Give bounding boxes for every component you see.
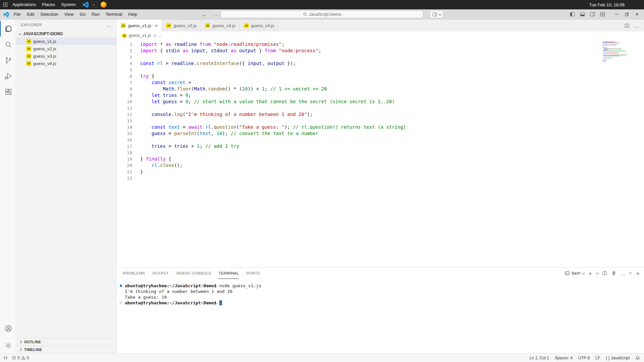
firefox-app-icon[interactable] [101,2,107,8]
status-spaces-4[interactable]: Spaces: 4 [555,356,573,360]
explorer-file-guess-v1-js[interactable]: JSguess_v1.js [16,38,116,45]
source-control-icon[interactable] [0,52,16,68]
terminal-app-icon[interactable]: >_ [92,2,98,8]
vscode-app-icon[interactable] [83,2,89,8]
layout-control-button[interactable] [430,10,443,18]
panel-tab-ports[interactable]: PORTS [246,267,260,279]
panel-actions: bash + … × [565,267,639,279]
sidebar-section-timeline[interactable]: TIMELINE [16,346,116,353]
split-editor-icon[interactable] [625,23,630,28]
system-clock[interactable]: Tue Feb 10, 18:06 [589,2,644,7]
explorer-file-guess-v3-js[interactable]: JSguess_v3.js [16,52,116,60]
applications-grid-icon[interactable] [3,2,8,7]
minimap[interactable] [602,42,639,64]
account-icon[interactable] [0,320,16,336]
line-number: 10 [117,99,132,105]
command-decoration-icon[interactable] [120,302,122,304]
terminal-output[interactable]: ubuntu@tryhackme:~/JavaScript-Demo$ node… [117,279,644,353]
editor-tab-guess-v2-js[interactable]: JSguess_v2.js [162,19,201,32]
menu-view[interactable]: View [61,11,77,18]
system-menu-system[interactable]: System [58,0,78,9]
vscode-logo-icon [3,12,9,17]
panel-tab-terminal[interactable]: TERMINAL [219,267,239,279]
menu-selection[interactable]: Selection [37,11,61,18]
code-text: try { [132,73,154,79]
notifications-bell-icon[interactable] [635,356,640,360]
explorer-file-guess-v2-js[interactable]: JSguess_v2.js [16,45,116,52]
panel-tab-output[interactable]: OUTPUT [152,267,169,279]
command-center-search[interactable]: JavaScript-Demo [221,10,423,18]
status-javascript[interactable]: { } JavaScript [606,356,630,360]
go-forward-icon[interactable]: → [213,12,218,17]
panel-tab-debug-console[interactable]: DEBUG CONSOLE [176,267,211,279]
run-debug-icon[interactable] [0,68,16,84]
close-tab-icon[interactable]: × [155,23,158,28]
terminal-prompt: ubuntu@tryhackme:~/JavaScript-Demo$ [125,283,217,288]
line-number: 19 [117,156,132,162]
minimap-line [602,62,639,62]
system-menu-applications[interactable]: Applications [9,0,39,9]
code-text: guess = parseInt(text, 10); // convert t… [132,130,318,137]
toggle-panel-icon[interactable] [580,12,585,16]
remote-indicator-icon[interactable] [3,356,8,360]
code-token: stdout [211,48,231,53]
more-actions-icon[interactable]: … [634,23,639,28]
menu-file[interactable]: File [11,11,24,18]
code-token: 10 [217,131,222,136]
minimap-line [602,56,639,56]
panel-tab-problems[interactable]: PROBLEMS [123,267,145,279]
system-menus: ApplicationsPlacesSystem [9,0,78,9]
editor-tab-guess-v3-js[interactable]: JSguess_v3.js [201,19,240,32]
maximize-panel-icon[interactable] [629,272,632,275]
status-utf-8[interactable]: UTF-8 [578,356,590,360]
editor-tab-guess-v4-js[interactable]: JSguess_v4.js [240,19,279,32]
explorer-activity-icon[interactable] [0,21,16,37]
line-number: 21 [117,169,132,175]
customize-layout-icon[interactable] [600,12,605,16]
close-panel-icon[interactable]: × [636,271,639,276]
new-terminal-icon[interactable]: + [589,271,592,276]
bottom-panel: PROBLEMSOUTPUTDEBUG CONSOLETERMINALPORTS… [117,267,644,353]
search-activity-icon[interactable] [0,37,16,52]
menu-edit[interactable]: Edit [24,11,37,18]
code-text [132,149,140,156]
kill-terminal-trash-icon[interactable] [611,271,616,276]
js-file-icon: JS [26,54,31,59]
sidebar-section-outline[interactable]: OUTLINE [16,338,116,346]
go-back-icon[interactable]: ← [202,12,207,17]
extensions-icon[interactable] [0,84,16,100]
code-editor[interactable]: 1import * as readline from "node:readlin… [117,40,644,267]
close-window-icon[interactable]: × [635,11,639,17]
split-terminal-icon[interactable] [602,271,607,276]
code-token: }); [284,61,296,66]
chevron-down-icon [438,13,441,15]
explorer-file-guess-v4-js[interactable]: JSguess_v4.js [16,60,116,67]
command-decoration-icon[interactable] [120,285,122,287]
status-ln-1-col-1[interactable]: Ln 1, Col 1 [530,356,549,360]
menu-run[interactable]: Run [89,11,103,18]
settings-gear-icon[interactable] [0,338,16,353]
problems-status[interactable]: 0 0 [12,356,29,360]
code-token: input [248,61,262,66]
system-menu-places[interactable]: Places [39,0,58,9]
folder-row-javascript-demo[interactable]: JAVASCRIPT-DEMO [16,30,116,38]
editor-tab-guess-v1-js[interactable]: JSguess_v1.js× [117,19,162,32]
breadcrumb-more[interactable]: … [158,33,162,38]
code-token: = [166,143,174,149]
breadcrumb-file[interactable]: guess_v1.js [129,33,151,38]
toggle-sidebar-right-icon[interactable] [590,12,595,16]
restore-icon[interactable] [625,12,629,16]
minimize-icon[interactable] [615,14,619,15]
shell-selector[interactable]: bash [565,271,584,276]
terminal-dropdown-chevron-icon[interactable] [596,272,599,274]
more-actions-icon[interactable]: … [621,271,626,276]
explorer-more-actions-icon[interactable]: … [107,22,112,28]
status-lf[interactable]: LF [595,356,600,360]
menu-go[interactable]: Go [77,11,89,18]
menu-terminal[interactable]: Terminal [103,11,125,18]
toggle-sidebar-left-icon[interactable] [570,12,575,16]
panel-header: PROBLEMSOUTPUTDEBUG CONSOLETERMINALPORTS… [117,267,644,279]
menu-help[interactable]: Help [125,11,140,18]
code-token: + [188,143,197,149]
code-token: tries [163,93,177,98]
